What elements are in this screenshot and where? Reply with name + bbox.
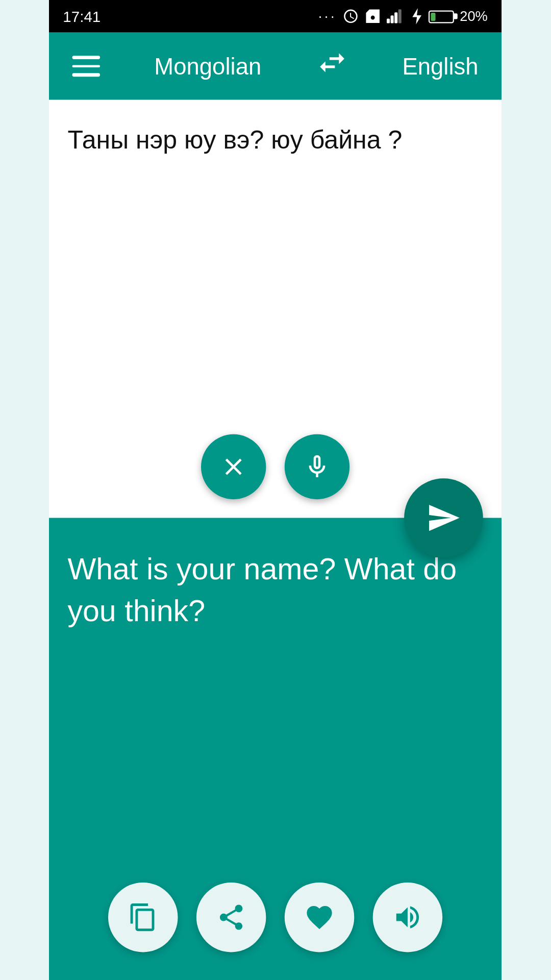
input-action-buttons <box>201 434 349 499</box>
svg-marker-4 <box>413 8 422 24</box>
signal-icon <box>387 8 405 24</box>
time: 17:41 <box>63 8 101 25</box>
battery-percent: 20% <box>460 8 488 24</box>
status-icons: ··· 20% <box>318 8 488 24</box>
close-icon <box>220 453 248 481</box>
target-language[interactable]: English <box>403 53 479 80</box>
clear-button[interactable] <box>201 434 266 499</box>
svg-rect-2 <box>394 12 397 23</box>
notification-dots: ··· <box>318 8 337 24</box>
svg-rect-0 <box>387 18 390 23</box>
charge-icon <box>411 8 423 24</box>
battery-icon <box>429 10 454 22</box>
output-section: What is your name? What do you think? <box>49 518 502 980</box>
toolbar: Mongolian English <box>49 33 502 100</box>
main-content: Таны нэр юу вэ? юу байна ? What is your … <box>49 100 502 980</box>
microphone-icon <box>304 453 332 481</box>
share-button[interactable] <box>196 883 266 952</box>
share-icon <box>216 902 246 933</box>
status-bar: 17:41 ··· 20% <box>49 0 502 33</box>
favorite-icon <box>305 902 335 933</box>
svg-rect-1 <box>391 15 394 23</box>
speak-button[interactable] <box>373 883 442 952</box>
svg-rect-3 <box>398 9 402 23</box>
output-action-buttons <box>108 883 442 952</box>
output-text: What is your name? What do you think? <box>68 548 483 632</box>
alarm-icon <box>343 8 359 24</box>
menu-button[interactable] <box>72 56 101 77</box>
input-section: Таны нэр юу вэ? юу байна ? <box>49 100 502 518</box>
swap-languages-button[interactable] <box>316 46 348 86</box>
copy-icon <box>128 902 158 933</box>
source-language[interactable]: Mongolian <box>155 53 262 80</box>
send-icon <box>427 500 461 535</box>
favorite-button[interactable] <box>285 883 354 952</box>
volume-icon <box>393 902 423 933</box>
translate-button[interactable] <box>405 478 484 557</box>
microphone-button[interactable] <box>285 434 349 499</box>
input-text[interactable]: Таны нэр юу вэ? юу байна ? <box>68 123 483 159</box>
sim-icon <box>365 8 381 24</box>
copy-button[interactable] <box>108 883 178 952</box>
